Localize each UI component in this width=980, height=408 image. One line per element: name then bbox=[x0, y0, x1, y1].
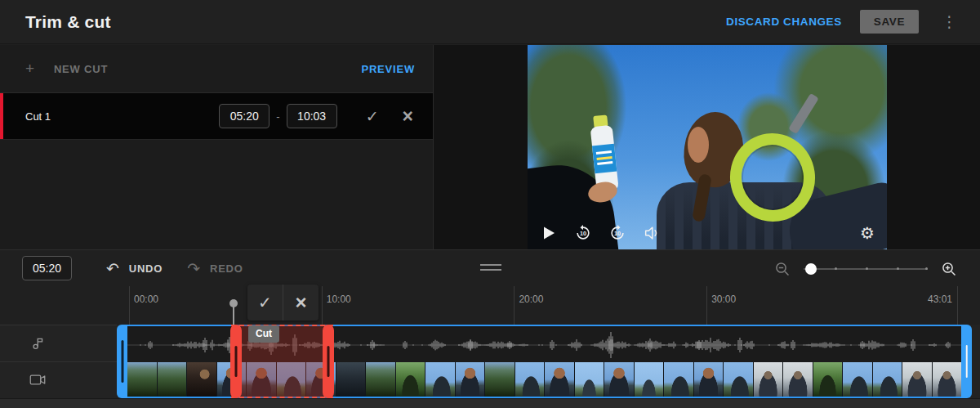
page-title: Trim & cut bbox=[25, 12, 111, 32]
redo-label: REDO bbox=[210, 262, 243, 275]
filmstrip-frame bbox=[485, 362, 515, 397]
filmstrip-frame bbox=[575, 362, 605, 397]
discard-changes-button[interactable]: DISCARD CHANGES bbox=[726, 16, 842, 28]
cut-row[interactable]: Cut 1 05:20 - 10:03 ✓ × bbox=[0, 93, 433, 140]
ruler-tick-label: 30:00 bbox=[711, 294, 736, 305]
replay-10-icon: 10 bbox=[574, 224, 592, 242]
new-cut-label: NEW CUT bbox=[54, 63, 108, 75]
trim-handle-right[interactable] bbox=[961, 325, 972, 398]
filmstrip-frame bbox=[604, 362, 635, 397]
filmstrip-frame bbox=[336, 362, 367, 397]
video-preview[interactable]: 10 10 ⚙ bbox=[528, 45, 887, 249]
filmstrip-frame bbox=[545, 362, 575, 397]
undo-icon: ↶ bbox=[106, 259, 120, 278]
filmstrip-frame bbox=[456, 362, 486, 397]
play-button[interactable] bbox=[540, 224, 558, 242]
filmstrip-frame bbox=[933, 362, 962, 397]
ruler-tick-label: 20:00 bbox=[519, 294, 543, 305]
timeline-scrollbar-strip[interactable] bbox=[0, 398, 980, 408]
volume-button[interactable] bbox=[643, 224, 661, 242]
video-camera-icon bbox=[29, 371, 46, 388]
range-separator: - bbox=[276, 110, 279, 123]
cancel-cut-toolbar-button[interactable]: × bbox=[283, 285, 318, 321]
filmstrip-frame bbox=[902, 362, 933, 397]
redo-button[interactable]: ↷ REDO bbox=[187, 259, 243, 278]
filmstrip-frame bbox=[187, 362, 217, 397]
track-divider bbox=[0, 361, 117, 362]
filmstrip-frame bbox=[813, 362, 844, 397]
filmstrip-frame bbox=[724, 362, 754, 397]
cuts-panel-header: + NEW CUT PREVIEW bbox=[0, 45, 433, 93]
filmstrip-frame bbox=[843, 362, 873, 397]
current-time-input[interactable]: 05:20 bbox=[22, 256, 72, 280]
delete-cut-button[interactable]: × bbox=[403, 107, 413, 126]
filmstrip-frame bbox=[694, 362, 724, 397]
filmstrip-frame bbox=[127, 362, 158, 397]
confirm-cut-button[interactable]: ✓ bbox=[366, 109, 379, 124]
zoom-in-button[interactable] bbox=[941, 261, 957, 277]
undo-redo-group: ↶ UNDO ↷ REDO bbox=[106, 259, 243, 278]
filmstrip-frame bbox=[425, 362, 456, 397]
undo-button[interactable]: ↶ UNDO bbox=[106, 259, 163, 278]
settings-gear-icon[interactable]: ⚙ bbox=[860, 225, 875, 241]
trim-handle-left[interactable] bbox=[117, 325, 127, 398]
filmstrip-frame bbox=[515, 362, 546, 397]
cut-confirm-toolbar: ✓ × bbox=[247, 285, 318, 321]
filmstrip-frame bbox=[366, 362, 396, 397]
ruler-tick bbox=[706, 286, 707, 325]
cuts-panel: + NEW CUT PREVIEW Cut 1 05:20 - 10:03 ✓ … bbox=[0, 45, 433, 249]
new-cut-button[interactable]: + NEW CUT bbox=[25, 60, 108, 78]
undo-label: UNDO bbox=[129, 262, 163, 275]
zoom-in-icon bbox=[941, 261, 957, 277]
filmstrip-frame bbox=[783, 362, 813, 397]
svg-text:10: 10 bbox=[580, 230, 586, 237]
timeline-ruler[interactable]: 00:0010:0020:0030:0043:01 ✓ × bbox=[0, 286, 980, 325]
cut-region[interactable]: Cut bbox=[231, 325, 333, 398]
timeline-height-handle[interactable] bbox=[480, 264, 501, 272]
top-bar-actions: DISCARD CHANGES SAVE ⋮ bbox=[726, 10, 962, 34]
video-panel: 10 10 ⚙ bbox=[433, 45, 980, 249]
ruler-tick-label: 43:01 bbox=[928, 294, 952, 305]
cut-name: Cut 1 bbox=[25, 110, 51, 123]
playhead-stem bbox=[233, 306, 234, 325]
svg-text:10: 10 bbox=[614, 230, 621, 237]
zoom-out-button[interactable] bbox=[774, 261, 791, 277]
forward-10-icon: 10 bbox=[608, 224, 626, 242]
filmstrip-frame bbox=[635, 362, 665, 397]
play-icon bbox=[541, 226, 556, 240]
filmstrip-frame bbox=[754, 362, 784, 397]
filmstrip-frame bbox=[664, 362, 694, 397]
cut-start-input[interactable]: 05:20 bbox=[219, 104, 270, 128]
redo-icon: ↷ bbox=[187, 259, 201, 278]
forward-10-button[interactable]: 10 bbox=[608, 224, 626, 242]
ruler-tick-label: 10:00 bbox=[327, 294, 351, 305]
music-note-icon bbox=[29, 334, 46, 351]
cut-color-stripe bbox=[0, 93, 3, 139]
timeline-toolbar: 05:20 ↶ UNDO ↷ REDO bbox=[0, 249, 980, 286]
ruler-tick bbox=[129, 286, 130, 325]
volume-icon bbox=[643, 224, 661, 242]
confirm-cut-toolbar-button[interactable]: ✓ bbox=[247, 285, 283, 321]
cut-end-input[interactable]: 10:03 bbox=[287, 104, 337, 128]
top-bar: Trim & cut DISCARD CHANGES SAVE ⋮ bbox=[0, 0, 980, 44]
zoom-out-icon bbox=[774, 261, 791, 277]
filmstrip-frame bbox=[396, 362, 426, 397]
replay-10-button[interactable]: 10 bbox=[574, 224, 592, 242]
timeline: Cut bbox=[0, 325, 980, 398]
save-button[interactable]: SAVE bbox=[860, 10, 919, 34]
player-controls: 10 10 ⚙ bbox=[528, 217, 887, 249]
ruler-tick bbox=[322, 286, 323, 325]
cut-handle-right[interactable] bbox=[323, 325, 334, 398]
zoom-controls bbox=[774, 250, 957, 287]
ruler-tick-label: 00:00 bbox=[134, 294, 158, 305]
person-face bbox=[688, 127, 709, 163]
preview-button[interactable]: PREVIEW bbox=[361, 63, 415, 75]
zoom-slider[interactable] bbox=[804, 263, 928, 275]
cut-tooltip: Cut bbox=[248, 325, 279, 343]
plus-icon: + bbox=[25, 60, 35, 78]
trim-and-cut-editor: Trim & cut DISCARD CHANGES SAVE ⋮ + NEW … bbox=[0, 0, 980, 408]
kebab-menu-icon[interactable]: ⋮ bbox=[937, 12, 962, 31]
zoom-slider-thumb[interactable] bbox=[805, 263, 817, 275]
filmstrip-frame bbox=[873, 362, 903, 397]
cut-handle-left[interactable] bbox=[230, 325, 242, 398]
